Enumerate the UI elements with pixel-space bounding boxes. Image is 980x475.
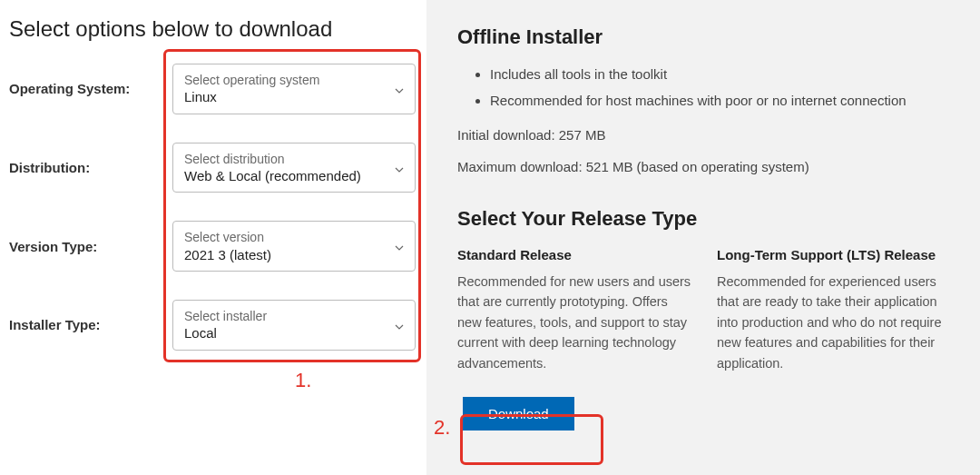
lts-release-desc: Recommended for experienced users that a…	[717, 272, 951, 373]
installer-row: Installer Type: Select installer Local	[9, 300, 417, 351]
offline-bullet-item: Recommended for host machines with poor …	[490, 88, 951, 114]
version-row: Version Type: Select version 2021 3 (lat…	[9, 221, 417, 272]
download-button[interactable]: Download	[463, 397, 574, 430]
release-grid: Standard Release Recommended for new use…	[457, 247, 951, 373]
distribution-select[interactable]: Select distribution Web & Local (recomme…	[172, 143, 416, 193]
annotation-1: 1.	[295, 369, 311, 392]
distribution-label: Distribution:	[9, 160, 172, 175]
annotation-2: 2.	[434, 416, 450, 440]
distribution-select-placeholder: Select distribution	[184, 151, 384, 167]
os-row: Operating System: Select operating syste…	[9, 64, 417, 114]
chevron-down-icon	[395, 161, 404, 175]
distribution-row: Distribution: Select distribution Web & …	[9, 143, 417, 193]
offline-bullet-list: Includes all tools in the toolkit Recomm…	[457, 62, 951, 114]
chevron-down-icon	[395, 318, 404, 332]
os-select[interactable]: Select operating system Linux	[172, 64, 416, 114]
lts-release-header: Long-Term Support (LTS) Release	[717, 247, 951, 262]
installer-label: Installer Type:	[9, 317, 172, 332]
lts-release-col: Long-Term Support (LTS) Release Recommen…	[717, 247, 951, 373]
os-label: Operating System:	[9, 81, 172, 96]
standard-release-desc: Recommended for new users and users that…	[457, 272, 691, 373]
standard-release-header: Standard Release	[457, 247, 691, 262]
installer-select-value: Local	[184, 324, 384, 342]
installer-select[interactable]: Select installer Local	[172, 300, 416, 351]
offline-installer-title: Offline Installer	[457, 25, 951, 49]
os-select-value: Linux	[184, 88, 384, 106]
installer-select-placeholder: Select installer	[184, 308, 384, 324]
offline-bullet-item: Includes all tools in the toolkit	[490, 62, 951, 88]
options-panel: Select options below to download Operati…	[0, 0, 426, 475]
standard-release-col: Standard Release Recommended for new use…	[457, 247, 691, 373]
version-select-placeholder: Select version	[184, 229, 384, 245]
maximum-download-text: Maximum download: 521 MB (based on opera…	[457, 154, 951, 181]
version-select-value: 2021 3 (latest)	[184, 246, 384, 264]
release-type-title: Select Your Release Type	[457, 207, 951, 231]
version-label: Version Type:	[9, 239, 172, 254]
chevron-down-icon	[395, 239, 404, 253]
info-panel: Offline Installer Includes all tools in …	[426, 0, 980, 475]
initial-download-text: Initial download: 257 MB	[457, 123, 951, 149]
page-title: Select options below to download	[9, 16, 417, 42]
version-select[interactable]: Select version 2021 3 (latest)	[172, 221, 416, 272]
os-select-placeholder: Select operating system	[184, 72, 384, 88]
distribution-select-value: Web & Local (recommended)	[184, 167, 384, 185]
chevron-down-icon	[395, 82, 404, 96]
